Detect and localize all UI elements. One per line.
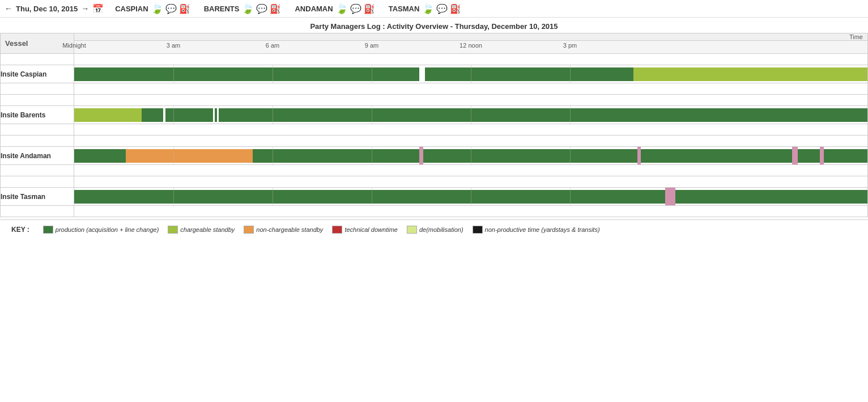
timeline-spacer-cell [74,54,868,65]
vessel-tab-name: CASPIAN [115,5,148,13]
row-spacer [1,54,868,65]
legend-item: production (acquisition + line change) [43,226,159,234]
grid-line [471,188,471,205]
grid-line [372,65,372,83]
vessel-tab-name: ANDAMAN [295,5,333,13]
bar-segment [423,149,637,163]
legend-item: non-productive time (yardstays & transit… [473,226,600,234]
row-spacer [1,136,868,147]
row-spacer2 [1,206,868,217]
timeline-cell [74,188,868,206]
next-day-button[interactable]: → [81,4,89,13]
bar-segment [425,67,429,81]
time-label: 9 am [365,42,378,49]
row-spacer2 [1,165,868,176]
bar-segment [798,149,820,163]
timeline-cell [74,65,868,83]
chart-title: Party Managers Log : Activity Overview -… [0,20,868,33]
legend-item: non-chargeable standby [244,226,323,234]
vessel-spacer-cell2 [1,206,74,217]
timeline-spacer-cell2 [74,83,868,95]
grid-line [173,106,174,124]
bar-segment [74,108,142,122]
legend-swatch [332,226,342,234]
grid-line [471,106,471,124]
legend-item: technical downtime [332,226,398,234]
grid-line [173,65,174,83]
fuel-icon: ⛽ [270,3,281,14]
grid-line [273,106,273,124]
bar-segment [665,188,669,205]
timeline-spacer-cell2 [74,124,868,136]
bar-segment [633,67,867,81]
vessel-name-cell: Insite Barents [1,106,74,124]
legend-swatch [473,226,483,234]
top-navigation: ← Thu, Dec 10, 2015 → 📅 CASPIAN 🍃 💬 ⛽ BA… [0,0,868,18]
vessel-tab-caspian[interactable]: CASPIAN 🍃 💬 ⛽ [115,2,190,15]
legend-swatch [407,226,417,234]
vessel-row: Insite Barents [1,106,868,124]
time-label: 12 noon [459,42,482,49]
bar-segment [419,147,423,164]
grid-line [372,147,372,164]
vessel-tab-andaman[interactable]: ANDAMAN 🍃 💬 ⛽ [295,2,375,15]
time-label: 6 am [266,42,279,49]
chat-icon: 💬 [436,3,448,14]
bar-segment [142,108,163,122]
timeline-spacer-cell2 [74,165,868,176]
vessel-name-cell: Insite Caspian [1,65,74,83]
legend-label: technical downtime [344,226,398,233]
vessel-name-cell: Insite Andaman [1,147,74,165]
vessel-tab-barents[interactable]: BARENTS 🍃 💬 ⛽ [204,2,282,15]
legend-label: chargeable standby [180,226,235,233]
timeline-cell [74,147,868,165]
fuel-icon: ⛽ [179,3,190,14]
bar-segment [74,190,392,204]
grid-line [570,65,571,83]
grid-line [273,188,273,205]
time-label: 3 am [167,42,180,49]
vessel-spacer-cell [1,136,74,147]
calendar-icon[interactable]: 📅 [92,3,104,14]
vessel-name-cell: Insite Tasman [1,188,74,206]
current-date: Thu, Dec 10, 2015 [16,5,78,13]
grid-line [273,65,273,83]
legend-label: production (acquisition + line change) [56,226,159,233]
bar-segment [824,149,867,163]
time-header-row: Vessel Time [1,33,868,41]
vessel-spacer-cell2 [1,124,74,136]
grid-line [570,188,571,205]
row-spacer2 [1,83,868,95]
vessel-tab-name: TASMAN [389,5,420,13]
chart-container: Party Managers Log : Activity Overview -… [0,18,868,217]
leaf-icon: 🍃 [422,2,434,15]
legend-label: non-productive time (yardstays & transit… [485,226,600,233]
leaf-icon: 🍃 [241,2,254,15]
timeline-spacer-cell2 [74,206,868,217]
vessel-row: Insite Tasman [1,188,868,206]
time-section-header: Time [74,33,868,41]
legend-swatch [244,226,254,234]
vessel-tabs: CASPIAN 🍃 💬 ⛽ BARENTS 🍃 💬 ⛽ ANDAMAN 🍃 💬 … [115,2,461,15]
timeline-inner [74,147,867,164]
timeline-inner [74,65,867,83]
bar-segment [74,149,126,163]
vessel-tab-tasman[interactable]: TASMAN 🍃 💬 ⛽ [389,2,462,15]
bar-segment [792,147,798,164]
vessel-spacer-cell2 [1,83,74,95]
time-labels-row: Midnight3 am6 am9 am12 noon3 pm [1,41,868,54]
prev-day-button[interactable]: ← [5,4,12,13]
legend-item: chargeable standby [168,226,235,234]
date-navigation: ← Thu, Dec 10, 2015 → 📅 [5,3,104,14]
vessel-row: Insite Andaman [1,147,868,165]
bar-segment [215,108,217,122]
grid-line [471,65,471,83]
timeline-cell [74,106,868,124]
leaf-icon: 🍃 [151,2,163,15]
gantt-body: Insite CaspianInsite BarentsInsite Andam… [1,54,868,217]
vessel-spacer-cell [1,54,74,65]
legend-swatch [43,226,53,234]
bar-segment [253,149,419,163]
bar-segment [126,149,253,163]
bar-segment [165,108,213,122]
